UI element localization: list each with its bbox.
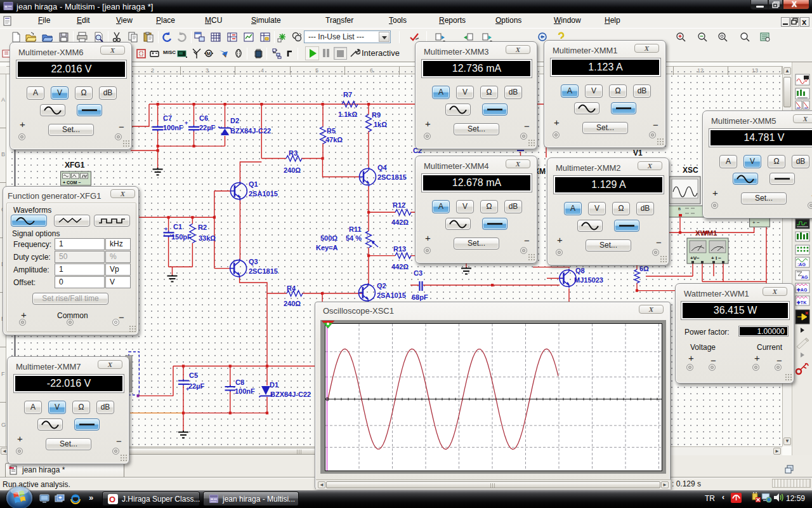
svg-text:XSC: XSC [683,166,698,175]
svg-text:C3: C3 [414,269,422,277]
svg-text:MJ15023: MJ15023 [574,276,603,284]
svg-text:240Ω: 240Ω [284,300,301,307]
svg-text:C5: C5 [189,371,198,379]
svg-text:✚TK: ✚TK [797,300,806,305]
svg-text:+ −: + − [752,220,760,225]
svg-text:R3: R3 [289,149,298,157]
svg-text:Key=A: Key=A [316,244,338,251]
svg-text:33kΩ: 33kΩ [199,234,216,242]
svg-text:22µF: 22µF [199,124,216,131]
svg-text:C6: C6 [199,114,208,122]
svg-text:+ I −: + I − [711,255,721,261]
svg-text:68pF: 68pF [412,293,428,301]
svg-text:R9: R9 [372,111,381,119]
svg-text:✚AG: ✚AG [797,288,808,292]
svg-text:+: + [164,226,167,232]
svg-text:D1: D1 [270,381,278,389]
svg-text:BZX84J-C22: BZX84J-C22 [270,391,311,398]
svg-text:1kΩ: 1kΩ [374,121,387,128]
svg-text:R11: R11 [349,225,362,233]
svg-text:R7: R7 [343,91,352,98]
svg-text:2SC1815: 2SC1815 [377,173,407,181]
svg-text:R2: R2 [198,224,207,231]
svg-text:500Ω: 500Ω [320,234,337,242]
svg-text:C7: C7 [163,114,172,122]
svg-text:47kΩ: 47kΩ [325,136,343,144]
svg-text:AG: AG [801,275,808,279]
svg-text:R13: R13 [393,245,406,253]
svg-text:R12: R12 [393,201,405,209]
svg-text:Q2: Q2 [377,282,386,290]
svg-text:22µF: 22µF [188,382,205,390]
svg-text:+ COM −: + COM − [63,180,81,185]
svg-text:240Ω: 240Ω [284,166,301,174]
svg-text:1.1kΩ: 1.1kΩ [338,110,357,118]
svg-text:+V−: +V− [690,255,700,261]
svg-text:442Ω: 442Ω [391,263,409,271]
svg-text:150pF: 150pF [171,233,192,241]
svg-text:Q3: Q3 [249,258,258,265]
svg-text:BZX84J-C22: BZX84J-C22 [230,127,271,135]
svg-text:D2: D2 [230,117,239,124]
svg-text:XWM1: XWM1 [695,229,717,237]
svg-text:V1: V1 [633,149,643,157]
svg-text:C1: C1 [173,223,182,231]
svg-text:B: B [678,207,681,211]
svg-text::AG: :AG [797,262,806,267]
svg-text:+: + [185,120,188,126]
svg-text:100nF: 100nF [235,387,255,395]
svg-text:XFG1: XFG1 [65,161,85,170]
svg-text:Q1: Q1 [249,180,258,188]
svg-text:R5: R5 [327,127,336,135]
svg-text:6Ω: 6Ω [639,265,649,272]
svg-text:442Ω: 442Ω [391,218,409,226]
svg-text:R4: R4 [287,284,296,292]
svg-text:100nF: 100nF [163,124,183,131]
svg-text:Q8: Q8 [575,267,585,274]
svg-text:Q4: Q4 [377,164,388,171]
svg-text:M: M [207,51,211,57]
svg-text:2SA1015: 2SA1015 [377,291,406,299]
svg-text:2SA1015: 2SA1015 [249,190,278,197]
svg-text:54 %: 54 % [346,234,362,242]
svg-text:C8: C8 [235,378,244,386]
svg-text:2SC1815: 2SC1815 [249,267,278,275]
